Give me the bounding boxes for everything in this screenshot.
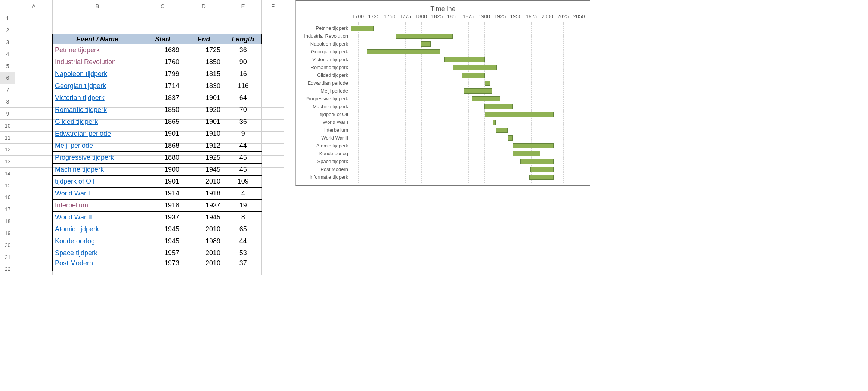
row-header-16[interactable]: 16 xyxy=(0,191,15,203)
end-cell[interactable]: 1918 xyxy=(183,188,224,200)
length-cell[interactable]: 16 xyxy=(224,68,262,80)
end-cell[interactable]: 1925 xyxy=(183,152,224,164)
event-link[interactable]: Industrial Revolution xyxy=(53,56,142,68)
row-header-5[interactable]: 5 xyxy=(0,60,15,72)
cell-A8[interactable] xyxy=(15,96,53,108)
end-cell[interactable]: 2010 xyxy=(183,223,224,235)
cell-A20[interactable] xyxy=(15,239,53,251)
cell-F9[interactable] xyxy=(262,108,284,120)
cell-A4[interactable] xyxy=(15,48,53,60)
cell-D1[interactable] xyxy=(183,12,224,24)
cell-F4[interactable] xyxy=(262,48,284,60)
end-cell[interactable]: 1937 xyxy=(183,200,224,212)
event-link[interactable]: Romantic tijdperk xyxy=(53,104,142,116)
timeline-chart[interactable]: Timeline 1700172517501775180018251850187… xyxy=(295,0,590,186)
cell-F1[interactable] xyxy=(262,12,284,24)
cell-A22[interactable] xyxy=(15,263,53,275)
row-header-19[interactable]: 19 xyxy=(0,227,15,239)
cell-F6[interactable] xyxy=(262,72,284,84)
event-link[interactable]: World War I xyxy=(53,188,142,200)
start-cell[interactable]: 1714 xyxy=(142,80,183,92)
length-cell[interactable]: 109 xyxy=(224,176,262,188)
length-cell[interactable]: 4 xyxy=(224,188,262,200)
event-link[interactable]: Machine tijdperk xyxy=(53,164,142,176)
length-cell[interactable]: 70 xyxy=(224,104,262,116)
cell-F7[interactable] xyxy=(262,84,284,96)
cell-F21[interactable] xyxy=(262,251,284,263)
row-header-12[interactable]: 12 xyxy=(0,144,15,156)
row-header-13[interactable]: 13 xyxy=(0,156,15,168)
start-cell[interactable]: 1937 xyxy=(142,212,183,223)
event-link[interactable]: Post Modern xyxy=(53,259,142,271)
end-cell[interactable]: 1850 xyxy=(183,56,224,68)
cell-F15[interactable] xyxy=(262,179,284,191)
col-header-F[interactable]: F xyxy=(262,0,284,12)
cell-A1[interactable] xyxy=(15,12,53,24)
length-cell[interactable]: 45 xyxy=(224,152,262,164)
cell-E1[interactable] xyxy=(224,12,262,24)
row-header-8[interactable]: 8 xyxy=(0,96,15,108)
length-cell[interactable]: 44 xyxy=(224,235,262,247)
event-link[interactable]: Interbellum xyxy=(53,200,142,212)
end-cell[interactable]: 1901 xyxy=(183,92,224,104)
length-cell[interactable]: 8 xyxy=(224,212,262,223)
select-all-cell[interactable] xyxy=(0,0,15,12)
start-cell[interactable]: 1880 xyxy=(142,152,183,164)
cell-F20[interactable] xyxy=(262,239,284,251)
cell-A19[interactable] xyxy=(15,227,53,239)
cell-F5[interactable] xyxy=(262,60,284,72)
start-cell[interactable]: 1799 xyxy=(142,68,183,80)
start-cell[interactable]: 1760 xyxy=(142,56,183,68)
end-cell[interactable]: 1830 xyxy=(183,80,224,92)
row-header-22[interactable]: 22 xyxy=(0,263,15,275)
cell-F17[interactable] xyxy=(262,203,284,215)
cell-A7[interactable] xyxy=(15,84,53,96)
cell-A5[interactable] xyxy=(15,60,53,72)
cell-A14[interactable] xyxy=(15,168,53,179)
length-cell[interactable]: 53 xyxy=(224,247,262,259)
cell-F22[interactable] xyxy=(262,263,284,275)
length-cell[interactable]: 36 xyxy=(224,116,262,128)
event-link[interactable]: Gilded tijdperk xyxy=(53,116,142,128)
length-cell[interactable]: 116 xyxy=(224,80,262,92)
cell-A15[interactable] xyxy=(15,179,53,191)
cell-A16[interactable] xyxy=(15,191,53,203)
length-cell[interactable]: 9 xyxy=(224,128,262,140)
end-cell[interactable]: 1901 xyxy=(183,116,224,128)
cell-F11[interactable] xyxy=(262,132,284,144)
row-header-10[interactable]: 10 xyxy=(0,120,15,132)
end-cell[interactable]: 2010 xyxy=(183,247,224,259)
cell-A6[interactable] xyxy=(15,72,53,84)
length-cell[interactable]: 37 xyxy=(224,259,262,271)
event-link[interactable]: Atomic tijdperk xyxy=(53,223,142,235)
cell-A12[interactable] xyxy=(15,144,53,156)
cell-F2[interactable] xyxy=(262,24,284,36)
start-cell[interactable]: 1945 xyxy=(142,235,183,247)
row-header-17[interactable]: 17 xyxy=(0,203,15,215)
row-header-1[interactable]: 1 xyxy=(0,12,15,24)
cell-F12[interactable] xyxy=(262,144,284,156)
length-cell[interactable]: 64 xyxy=(224,92,262,104)
cell-F16[interactable] xyxy=(262,191,284,203)
cell-A11[interactable] xyxy=(15,132,53,144)
cell-F8[interactable] xyxy=(262,96,284,108)
event-link[interactable]: Victorian tijdperk xyxy=(53,92,142,104)
end-cell[interactable]: 1920 xyxy=(183,104,224,116)
start-cell[interactable]: 1901 xyxy=(142,128,183,140)
cell-A3[interactable] xyxy=(15,36,53,48)
event-link[interactable]: Progressive tijdperk xyxy=(53,152,142,164)
event-link[interactable]: World War II xyxy=(53,212,142,223)
event-link[interactable]: Napoleon tijdperk xyxy=(53,68,142,80)
cell-F19[interactable] xyxy=(262,227,284,239)
row-header-2[interactable]: 2 xyxy=(0,24,15,36)
col-header-C[interactable]: C xyxy=(142,0,183,12)
length-cell[interactable]: 19 xyxy=(224,200,262,212)
cell-A18[interactable] xyxy=(15,215,53,227)
length-cell[interactable]: 90 xyxy=(224,56,262,68)
length-cell[interactable]: 45 xyxy=(224,164,262,176)
row-header-6[interactable]: 6 xyxy=(0,72,15,84)
row-header-11[interactable]: 11 xyxy=(0,132,15,144)
cell-F18[interactable] xyxy=(262,215,284,227)
event-link[interactable]: Petrine tijdperk xyxy=(53,44,142,56)
row-header-9[interactable]: 9 xyxy=(0,108,15,120)
